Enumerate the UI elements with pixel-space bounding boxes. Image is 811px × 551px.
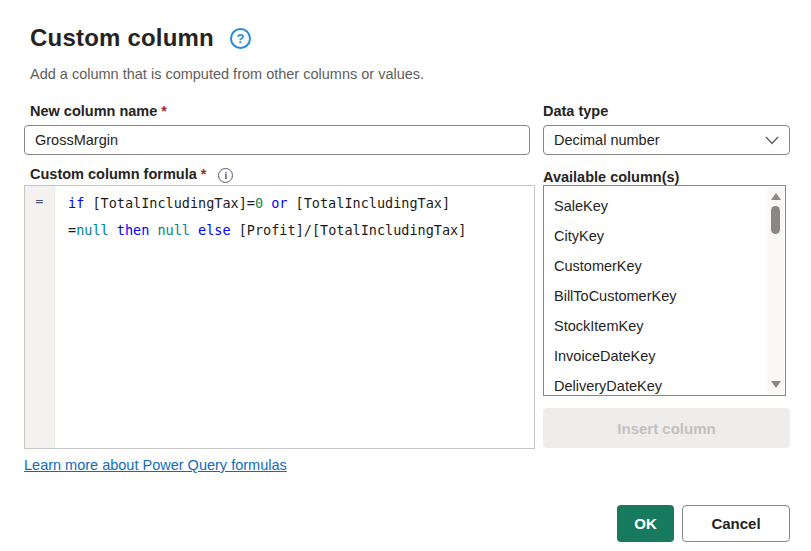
new-column-name-label-text: New column name — [30, 103, 157, 119]
data-type-label-text: Data type — [543, 103, 608, 119]
insert-column-button[interactable]: Insert column — [543, 408, 790, 448]
scrollbar-thumb[interactable] — [771, 206, 780, 234]
code-token-keyword: if — [68, 195, 92, 211]
scrollbar[interactable] — [767, 187, 784, 394]
cancel-button[interactable]: Cancel — [682, 505, 790, 542]
list-item[interactable]: DeliveryDateKey — [544, 371, 785, 396]
list-item[interactable]: InvoiceDateKey — [544, 341, 785, 371]
code-token-null: null — [157, 222, 190, 238]
formula-label-text: Custom column formula — [30, 166, 197, 182]
learn-more-link[interactable]: Learn more about Power Query formulas — [24, 457, 287, 473]
list-item[interactable]: CustomerKey — [544, 251, 785, 281]
formula-label: Custom column formula*i — [30, 166, 233, 183]
equals-sign: = — [36, 193, 44, 208]
data-type-selected-value: Decimal number — [554, 132, 660, 148]
code-token-number: 0 — [255, 195, 263, 211]
list-item[interactable]: StockItemKey — [544, 311, 785, 341]
required-marker: * — [201, 166, 207, 182]
code-token-plain: [TotalIncludingTax]= — [92, 195, 255, 211]
formula-line: if [TotalIncludingTax]=0 or [TotalInclud… — [68, 190, 534, 217]
new-column-name-label: New column name* — [30, 103, 167, 119]
scroll-down-icon[interactable] — [771, 381, 781, 388]
list-item[interactable]: CityKey — [544, 221, 785, 251]
code-token-keyword: then — [109, 222, 158, 238]
page-title: Custom column — [30, 24, 214, 52]
code-token-plain: [TotalIncludingTax] — [296, 195, 450, 211]
help-icon[interactable]: ? — [230, 28, 251, 49]
code-token-plain: [Profit]/[TotalIncludingTax] — [239, 222, 467, 238]
list-item[interactable]: BillToCustomerKey — [544, 281, 785, 311]
code-token-null: null — [76, 222, 109, 238]
data-type-dropdown[interactable]: Decimal number — [543, 125, 790, 155]
title-row: Custom column ? — [30, 24, 251, 52]
code-token-keyword: or — [263, 195, 296, 211]
chevron-down-icon — [765, 132, 779, 148]
scroll-up-icon[interactable] — [771, 193, 781, 200]
available-columns-label: Available column(s) — [543, 169, 679, 185]
required-marker: * — [161, 103, 167, 119]
formula-gutter: = — [25, 186, 55, 448]
formula-code[interactable]: if [TotalIncludingTax]=0 or [TotalInclud… — [55, 186, 534, 448]
code-token-keyword: else — [190, 222, 239, 238]
info-icon[interactable]: i — [218, 168, 233, 183]
list-item[interactable]: SaleKey — [544, 191, 785, 221]
formula-editor[interactable]: = if [TotalIncludingTax]=0 or [TotalIncl… — [24, 185, 535, 449]
ok-button[interactable]: OK — [617, 505, 674, 542]
code-token-plain: = — [68, 222, 76, 238]
dialog-subtitle: Add a column that is computed from other… — [30, 66, 424, 82]
available-columns-list[interactable]: SaleKeyCityKeyCustomerKeyBillToCustomerK… — [543, 185, 786, 396]
data-type-label: Data type — [543, 103, 608, 119]
new-column-name-input[interactable] — [24, 125, 530, 155]
formula-line: =null then null else [Profit]/[TotalIncl… — [68, 217, 534, 244]
available-columns-items: SaleKeyCityKeyCustomerKeyBillToCustomerK… — [544, 186, 785, 396]
